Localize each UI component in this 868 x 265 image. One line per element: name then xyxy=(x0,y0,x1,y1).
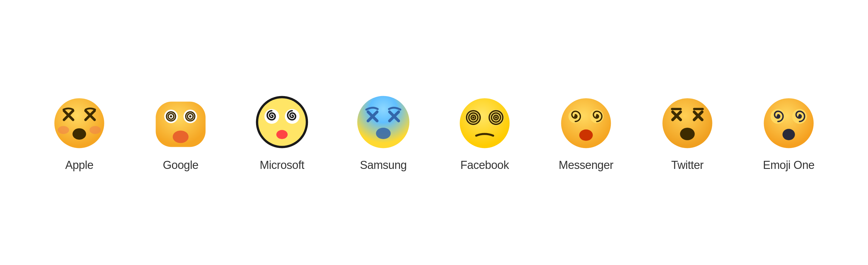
svg-point-24 xyxy=(376,128,391,139)
emoji-label-emojione: Emoji One xyxy=(763,159,815,172)
emoji-face-emojione xyxy=(761,94,817,150)
emoji-item-emojione: Emoji One xyxy=(747,94,831,172)
emoji-label-messenger: Messenger xyxy=(559,159,613,172)
svg-point-13 xyxy=(189,115,192,118)
emoji-item-twitter: Twitter xyxy=(646,94,729,172)
svg-point-31 xyxy=(579,129,593,141)
emoji-item-microsoft: Microsoft xyxy=(240,94,324,172)
svg-point-11 xyxy=(170,115,172,118)
svg-point-1 xyxy=(58,126,69,134)
svg-point-49 xyxy=(798,115,801,118)
emoji-label-microsoft: Microsoft xyxy=(259,159,304,172)
emoji-label-twitter: Twitter xyxy=(671,159,704,172)
svg-point-29 xyxy=(495,116,497,119)
svg-point-16 xyxy=(276,130,288,139)
emoji-face-messenger xyxy=(558,94,614,150)
svg-point-35 xyxy=(595,115,598,118)
svg-point-9 xyxy=(173,130,188,143)
emoji-item-google: Google xyxy=(139,94,222,172)
emoji-face-microsoft xyxy=(254,94,310,150)
svg-point-2 xyxy=(89,126,101,134)
emoji-face-apple xyxy=(51,94,107,150)
emoji-item-apple: Apple xyxy=(37,94,121,172)
svg-point-45 xyxy=(782,128,795,140)
emoji-label-apple: Apple xyxy=(65,159,94,172)
emoji-face-google xyxy=(152,94,209,150)
emoji-label-google: Google xyxy=(163,159,198,172)
emoji-label-samsung: Samsung xyxy=(360,159,407,172)
svg-point-36 xyxy=(662,98,712,148)
svg-point-19 xyxy=(358,96,409,148)
svg-point-33 xyxy=(574,115,577,118)
emoji-item-facebook: Facebook xyxy=(443,94,526,172)
svg-point-41 xyxy=(680,128,694,140)
svg-point-7 xyxy=(72,128,86,139)
svg-point-44 xyxy=(764,98,813,148)
emoji-item-messenger: Messenger xyxy=(544,94,628,172)
emoji-comparison-grid: Apple xyxy=(14,82,854,183)
emoji-face-samsung xyxy=(355,94,412,150)
emoji-face-twitter xyxy=(659,94,716,150)
emoji-label-facebook: Facebook xyxy=(461,159,509,172)
emoji-item-samsung: Samsung xyxy=(342,94,425,172)
svg-point-0 xyxy=(54,98,104,148)
svg-point-47 xyxy=(776,115,779,118)
svg-point-27 xyxy=(472,116,474,119)
svg-point-25 xyxy=(460,98,509,148)
emoji-face-facebook xyxy=(456,94,513,150)
